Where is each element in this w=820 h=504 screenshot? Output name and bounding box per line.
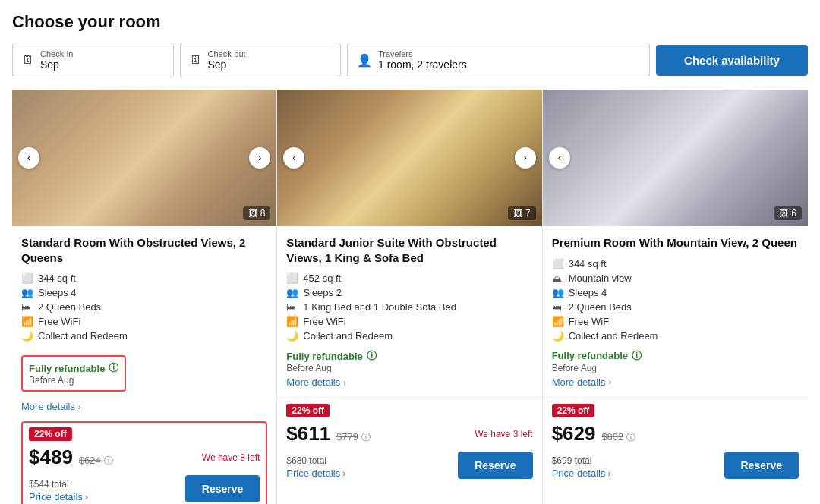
sq-icon: ⬜ bbox=[286, 272, 298, 284]
room2-price: $611 bbox=[286, 422, 330, 445]
image-icon-2: 🖼 bbox=[513, 208, 522, 219]
feature-item: ⬜344 sq ft bbox=[552, 258, 799, 269]
room2-image-count: 🖼 7 bbox=[508, 206, 536, 220]
chevron-right-icon: › bbox=[343, 378, 346, 387]
price-info-icon[interactable]: ⓘ bbox=[104, 455, 113, 466]
chevron-right-icon: › bbox=[608, 377, 611, 386]
room-card-2: ‹ › 🖼 7 Standard Junior Suite With Obstr… bbox=[277, 90, 542, 504]
room3-price-details[interactable]: Price details › bbox=[552, 468, 611, 479]
room3-more-details[interactable]: More details › bbox=[543, 373, 808, 391]
feature-item: 📶Free WiFi bbox=[552, 316, 799, 327]
info-icon[interactable]: ⓘ bbox=[367, 349, 377, 363]
image-icon-3: 🖼 bbox=[779, 208, 788, 219]
room3-reserve-button[interactable]: Reserve bbox=[724, 452, 800, 479]
room3-price-row: $629 $802 ⓘ bbox=[552, 422, 799, 446]
bed-icon: 🛏 bbox=[21, 301, 33, 313]
room1-price-row: $489 $624 ⓘ We have 8 left bbox=[29, 446, 260, 469]
room1-price-actions: $544 total Price details › Reserve bbox=[29, 472, 260, 502]
collect-icon: 🌙 bbox=[552, 330, 564, 342]
mountain-icon: ⛰ bbox=[552, 272, 564, 284]
room2-total: $680 total bbox=[286, 455, 345, 466]
check-availability-button[interactable]: Check availability bbox=[656, 45, 808, 76]
wifi-icon: 📶 bbox=[21, 316, 33, 327]
room2-more-details[interactable]: More details › bbox=[277, 373, 541, 391]
room1-price-details[interactable]: Price details › bbox=[29, 491, 88, 502]
feature-item: 📶Free WiFi bbox=[21, 316, 267, 327]
travelers-label: Travelers bbox=[378, 49, 467, 58]
feature-item: ⬜344 sq ft bbox=[21, 272, 267, 284]
room1-refundable-sub: Before Aug bbox=[29, 375, 118, 386]
room1-original-price: $624 bbox=[79, 455, 101, 466]
wifi-icon: 📶 bbox=[552, 316, 564, 327]
room-image-2: ‹ › 🖼 7 bbox=[277, 90, 541, 226]
room2-info: Standard Junior Suite With Obstructed Vi… bbox=[277, 226, 541, 342]
room2-pricing: 22% off $611 $779 ⓘ We have 3 left $680 … bbox=[277, 397, 541, 479]
checkout-field[interactable]: 🗓 Check-out Sep bbox=[180, 43, 342, 77]
info-icon[interactable]: ⓘ bbox=[632, 349, 642, 363]
room2-price-details[interactable]: Price details › bbox=[286, 468, 345, 479]
room-card-1: ‹ › 🖼 8 Standard Room With Obstructed Vi… bbox=[12, 90, 277, 504]
room1-next-button[interactable]: › bbox=[249, 147, 270, 169]
room1-price: $489 bbox=[29, 446, 73, 468]
room3-prev-button[interactable]: ‹ bbox=[549, 147, 570, 169]
feature-item: 👥Sleeps 4 bbox=[21, 287, 267, 298]
room2-name: Standard Junior Suite With Obstructed Vi… bbox=[286, 235, 532, 265]
feature-item: ⛰Mountain view bbox=[552, 272, 799, 284]
travelers-field[interactable]: 👤 Travelers 1 room, 2 travelers bbox=[347, 43, 650, 77]
room1-availability: We have 8 left bbox=[202, 452, 260, 463]
feature-item: 🌙Collect and Redeem bbox=[286, 330, 532, 342]
info-icon[interactable]: ⓘ bbox=[109, 361, 118, 375]
room2-next-button[interactable]: › bbox=[515, 147, 536, 169]
room1-image-count: 🖼 8 bbox=[243, 206, 271, 220]
room1-pricing-box: 22% off $489 $624 ⓘ We have 8 left $544 … bbox=[21, 421, 267, 504]
checkin-field[interactable]: 🗓 Check-in Sep bbox=[12, 43, 174, 77]
room3-total: $699 total bbox=[552, 455, 611, 466]
feature-item: 👥Sleeps 4 bbox=[552, 287, 799, 298]
room2-refundable-sub: Before Aug bbox=[286, 363, 376, 373]
chevron-right-icon: › bbox=[342, 468, 345, 479]
room3-refundable-box: Fully refundable ⓘ Before Aug bbox=[552, 349, 642, 373]
room3-pricing: 22% off $629 $802 ⓘ $699 total Price det… bbox=[543, 397, 808, 479]
sq-icon: ⬜ bbox=[21, 272, 33, 284]
room1-refundable-box: Fully refundable ⓘ Before Aug bbox=[21, 355, 126, 392]
image-icon-1: 🖼 bbox=[248, 208, 257, 219]
room2-discount-badge: 22% off bbox=[286, 404, 330, 417]
room1-total: $544 total bbox=[29, 479, 88, 490]
room1-discount-badge: 22% off bbox=[29, 427, 72, 441]
room3-features: ⬜344 sq ft ⛰Mountain view 👥Sleeps 4 🛏2 Q… bbox=[552, 258, 799, 342]
room1-prev-button[interactable]: ‹ bbox=[18, 147, 39, 169]
chevron-right-icon: › bbox=[607, 468, 610, 479]
price-info-icon[interactable]: ⓘ bbox=[361, 432, 371, 443]
room3-info: Premium Room With Mountain View, 2 Queen… bbox=[543, 226, 808, 342]
collect-icon: 🌙 bbox=[286, 330, 298, 342]
room2-prev-button[interactable]: ‹ bbox=[283, 147, 304, 169]
price-info-icon[interactable]: ⓘ bbox=[626, 432, 636, 443]
room3-image-count: 🖼 6 bbox=[774, 206, 802, 220]
room3-price-actions: $699 total Price details › Reserve bbox=[552, 449, 799, 479]
room2-original-price: $779 bbox=[336, 431, 358, 443]
bed-icon: 🛏 bbox=[286, 301, 298, 313]
room3-refundable-label: Fully refundable ⓘ bbox=[552, 349, 642, 363]
feature-item: 🌙Collect and Redeem bbox=[21, 330, 267, 342]
sq-icon: ⬜ bbox=[552, 258, 564, 269]
calendar-icon: 🗓 bbox=[22, 53, 34, 67]
rooms-grid: ‹ › 🖼 8 Standard Room With Obstructed Vi… bbox=[12, 90, 808, 504]
room3-name: Premium Room With Mountain View, 2 Queen bbox=[552, 235, 799, 250]
people-icon: 👥 bbox=[21, 287, 33, 298]
search-bar: 🗓 Check-in Sep 🗓 Check-out Sep 👤 Travele… bbox=[12, 43, 808, 77]
room2-price-actions: $680 total Price details › Reserve bbox=[286, 449, 532, 479]
room2-refundable-box: Fully refundable ⓘ Before Aug bbox=[286, 349, 376, 373]
room1-more-details[interactable]: More details › bbox=[12, 398, 276, 415]
room1-reserve-button[interactable]: Reserve bbox=[185, 475, 260, 502]
feature-item: 🛏2 Queen Beds bbox=[552, 301, 799, 313]
room-image-1: ‹ › 🖼 8 bbox=[12, 90, 276, 226]
feature-item: 👥Sleeps 2 bbox=[286, 287, 532, 298]
person-icon: 👤 bbox=[357, 53, 372, 68]
room2-reserve-button[interactable]: Reserve bbox=[458, 452, 533, 479]
bed-icon: 🛏 bbox=[552, 301, 564, 313]
collect-icon: 🌙 bbox=[21, 330, 33, 342]
feature-item: 📶Free WiFi bbox=[286, 316, 532, 327]
room1-features: ⬜344 sq ft 👥Sleeps 4 🛏2 Queen Beds 📶Free… bbox=[21, 272, 267, 342]
checkin-value: Sep bbox=[40, 58, 59, 71]
room3-discount-badge: 22% off bbox=[552, 404, 595, 417]
